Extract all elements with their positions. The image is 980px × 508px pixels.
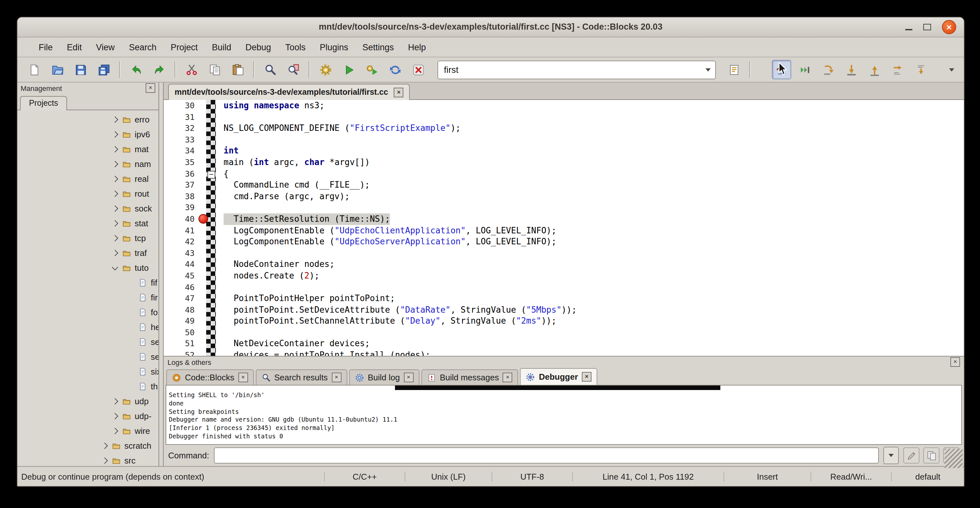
tree-item-fir[interactable]: fir <box>18 290 159 305</box>
tree-collapse-chevron-icon[interactable] <box>112 264 118 270</box>
tree-item-src[interactable]: src <box>18 453 159 466</box>
tree-expand-chevron-icon[interactable] <box>112 220 118 226</box>
close-management-icon[interactable]: × <box>146 83 155 93</box>
command-input[interactable] <box>213 447 879 463</box>
tree-item-rout[interactable]: rout <box>18 186 159 201</box>
step-into-instruction-button[interactable] <box>911 60 931 79</box>
tree-item-tcp[interactable]: tcp <box>18 231 159 245</box>
logs-tab-build-log[interactable]: Build log× <box>349 369 419 385</box>
tree-item-se[interactable]: se <box>18 349 159 364</box>
tree-item-th[interactable]: th <box>18 379 159 394</box>
code-line[interactable]: 39 <box>164 202 964 213</box>
titlebar[interactable]: mnt/dev/tools/source/ns-3-dev/examples/t… <box>18 18 964 37</box>
close-tab-icon[interactable]: × <box>238 373 248 382</box>
tree-item-scratch[interactable]: scratch <box>18 438 159 453</box>
line-number[interactable]: 42 <box>164 236 197 247</box>
tree-item-tuto[interactable]: tuto <box>18 260 159 275</box>
tree-expand-chevron-icon[interactable] <box>112 191 118 197</box>
save-file-button[interactable] <box>71 60 90 79</box>
code-line[interactable]: 34int <box>164 145 964 157</box>
code-line[interactable]: 36{ <box>164 168 964 179</box>
code-line[interactable]: 48 pointToPoint.SetDeviceAttribute ("Dat… <box>164 304 964 315</box>
code-line[interactable]: 30using namespace ns3; <box>164 100 964 111</box>
code-line[interactable]: 32NS_LOG_COMPONENT_DEFINE ("FirstScriptE… <box>164 123 964 134</box>
tree-expand-chevron-icon[interactable] <box>112 176 118 182</box>
code-editor[interactable]: 30using namespace ns3;3132NS_LOG_COMPONE… <box>164 100 964 356</box>
tree-expand-chevron-icon[interactable] <box>112 398 118 404</box>
code-line[interactable]: 52 devices = pointToPoint.Install (nodes… <box>164 349 964 356</box>
breakpoint-icon[interactable] <box>198 214 208 224</box>
tree-item-se[interactable]: se <box>18 334 159 349</box>
tree-expand-chevron-icon[interactable] <box>112 235 118 241</box>
close-file-icon[interactable]: × <box>394 88 404 97</box>
breakpoint-margin[interactable] <box>197 282 209 293</box>
code-line[interactable]: 46 <box>164 282 964 293</box>
tree-expand-chevron-icon[interactable] <box>112 205 118 212</box>
breakpoint-margin[interactable] <box>197 293 209 304</box>
breakpoint-margin[interactable] <box>197 247 209 258</box>
line-number[interactable]: 34 <box>164 145 197 157</box>
open-file-button[interactable] <box>48 60 67 79</box>
find-button[interactable] <box>260 60 280 79</box>
maximize-icon[interactable] <box>923 24 931 30</box>
code-line[interactable]: 51 NetDeviceContainer devices; <box>164 338 964 349</box>
line-number[interactable]: 32 <box>164 123 197 134</box>
breakpoint-margin[interactable] <box>197 111 209 123</box>
breakpoint-margin[interactable] <box>197 304 209 315</box>
breakpoint-margin[interactable] <box>197 157 209 168</box>
tree-item-nam[interactable]: nam <box>18 157 159 172</box>
line-number[interactable]: 41 <box>164 225 197 236</box>
tree-item-udp[interactable]: udp- <box>18 409 159 424</box>
run-button[interactable] <box>339 60 358 79</box>
line-number[interactable]: 36 <box>164 168 197 179</box>
menu-item-project[interactable]: Project <box>164 40 205 54</box>
code-line[interactable]: 45 nodes.Create (2); <box>164 270 964 282</box>
search-input[interactable] <box>438 64 701 75</box>
breakpoint-margin[interactable] <box>197 145 209 157</box>
menu-item-search[interactable]: Search <box>122 40 164 54</box>
close-tab-icon[interactable]: × <box>582 372 592 382</box>
build-button[interactable] <box>316 60 335 79</box>
breakpoint-margin[interactable] <box>197 123 209 134</box>
tree-item-traf[interactable]: traf <box>18 245 159 260</box>
line-number[interactable]: 51 <box>164 338 197 349</box>
breakpoint-margin[interactable] <box>197 327 209 338</box>
cut-button[interactable] <box>182 60 201 79</box>
next-instruction-button[interactable] <box>888 60 907 79</box>
close-tab-icon[interactable]: × <box>503 373 512 382</box>
line-number[interactable]: 44 <box>164 259 197 270</box>
logs-tab-search-results[interactable]: Search results× <box>256 369 347 385</box>
abort-build-button[interactable] <box>409 60 428 79</box>
tree-item-udp[interactable]: udp <box>18 394 159 409</box>
tree-expand-chevron-icon[interactable] <box>102 457 108 464</box>
step-out-button[interactable] <box>865 60 884 79</box>
tree-item-fo[interactable]: fo <box>18 305 159 320</box>
panel-splitter[interactable] <box>159 83 164 466</box>
line-number[interactable]: 40 <box>164 213 197 225</box>
menu-item-help[interactable]: Help <box>401 40 433 54</box>
line-number[interactable]: 50 <box>164 327 197 338</box>
line-number[interactable]: 45 <box>164 270 197 282</box>
editor-file-tab[interactable]: mnt/dev/tools/source/ns-3-dev/examples/t… <box>168 84 410 100</box>
tree-expand-chevron-icon[interactable] <box>112 428 118 434</box>
breakpoint-margin[interactable] <box>197 259 209 270</box>
breakpoint-margin[interactable] <box>197 134 209 145</box>
code-line[interactable]: 49 pointToPoint.SetChannelAttribute ("De… <box>164 315 964 327</box>
code-line[interactable]: 44 NodeContainer nodes; <box>164 259 964 270</box>
breakpoint-margin[interactable] <box>197 270 209 282</box>
breakpoint-margin[interactable] <box>197 225 209 236</box>
tab-projects[interactable]: Projects <box>20 96 67 110</box>
line-number[interactable]: 33 <box>164 134 197 145</box>
line-number[interactable]: 31 <box>164 111 197 123</box>
line-number[interactable]: 47 <box>164 293 197 304</box>
tree-item-wire[interactable]: wire <box>18 424 159 438</box>
save-all-button[interactable] <box>94 60 113 79</box>
copy-button[interactable] <box>205 60 224 79</box>
tree-item-mat[interactable]: mat <box>18 142 159 157</box>
code-line[interactable]: 37 CommandLine cmd (__FILE__); <box>164 179 964 191</box>
copy-command-button[interactable] <box>923 447 939 463</box>
resize-grip[interactable] <box>945 449 963 468</box>
code-line[interactable]: 43 <box>164 247 964 258</box>
tree-item-ipv6[interactable]: ipv6 <box>18 127 159 142</box>
logs-tab-debugger[interactable]: Debugger× <box>520 368 597 385</box>
